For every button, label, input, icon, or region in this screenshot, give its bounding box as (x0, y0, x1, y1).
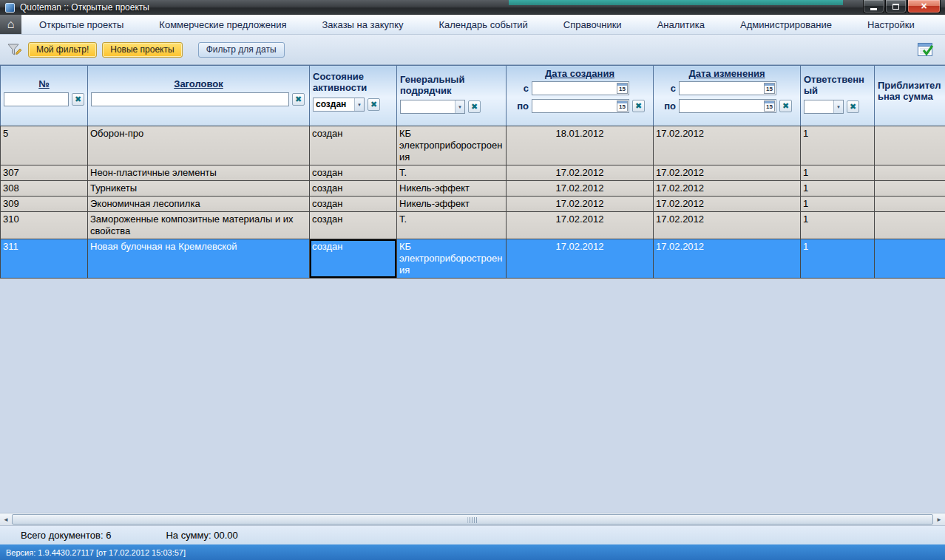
cell-modified[interactable]: 17.02.2012 (654, 165, 801, 181)
column-header-responsible[interactable]: Ответственный ▼ ✖ (801, 66, 875, 126)
dropdown-arrow-icon[interactable]: ▼ (354, 98, 364, 111)
cell-state[interactable]: создан (310, 197, 397, 212)
cell-num[interactable]: 310 (1, 212, 88, 239)
table-row[interactable]: 309Экономичная лесопилкасозданНикель-эфф… (1, 197, 945, 212)
clear-filter-num-icon[interactable]: ✖ (72, 93, 84, 106)
cell-responsible[interactable]: 1 (801, 165, 875, 181)
column-header-state[interactable]: Состояние активности создан ▼ ✖ (310, 66, 397, 126)
cell-responsible[interactable]: 1 (801, 126, 875, 165)
nav-item-1[interactable]: Открытые проекты (21, 19, 141, 30)
nav-item-6[interactable]: Аналитика (640, 19, 722, 30)
clear-filter-contractor-icon[interactable]: ✖ (468, 100, 481, 113)
calendar-check-button[interactable] (917, 41, 935, 58)
date-filter-button[interactable]: Фильтр для даты (198, 42, 285, 58)
my-filter-button[interactable]: Мой фильтр! (28, 42, 97, 58)
column-header-sum[interactable]: Приблизительная сумма (875, 66, 945, 126)
cell-num[interactable]: 5 (1, 126, 88, 165)
filter-input-num[interactable] (4, 92, 69, 106)
new-projects-button[interactable]: Новые проекты (102, 42, 182, 58)
dropdown-arrow-icon[interactable]: ▼ (833, 100, 843, 113)
cell-title[interactable]: Экономичная лесопилка (88, 197, 310, 212)
table-row[interactable]: 308ТурникетысозданНикель-эффект17.02.201… (1, 181, 945, 197)
modified-to-input[interactable] (679, 99, 776, 113)
cell-num[interactable]: 309 (1, 197, 88, 212)
column-header-modified[interactable]: Дата изменения с 15 по (654, 66, 801, 126)
cell-created[interactable]: 17.02.2012 (507, 165, 654, 181)
filter-select-state[interactable]: создан ▼ (313, 98, 365, 112)
cell-sum[interactable] (875, 126, 945, 165)
cell-responsible[interactable]: 1 (801, 197, 875, 212)
cell-contractor[interactable]: КБ электроприборостроения (397, 239, 507, 279)
scrollbar-thumb[interactable] (12, 514, 933, 525)
created-to-input[interactable] (532, 99, 629, 113)
cell-modified[interactable]: 17.02.2012 (654, 181, 801, 197)
table-row[interactable]: 311Новая булочная на КремлевскойсозданКБ… (1, 239, 945, 279)
column-header-created[interactable]: Дата создания с 15 по (507, 66, 654, 126)
scroll-left-icon[interactable]: ◄ (0, 513, 12, 525)
cell-modified[interactable]: 17.02.2012 (654, 126, 801, 165)
cell-sum[interactable] (875, 181, 945, 197)
maximize-button[interactable] (885, 0, 907, 13)
cell-contractor[interactable]: Никель-эффект (397, 197, 507, 212)
cell-num[interactable]: 311 (1, 239, 88, 279)
close-button[interactable]: × (907, 0, 941, 13)
cell-num[interactable]: 307 (1, 165, 88, 181)
clear-filter-created-icon[interactable]: ✖ (632, 100, 645, 112)
cell-responsible[interactable]: 1 (801, 181, 875, 197)
calendar-icon[interactable]: 15 (617, 100, 628, 112)
minimize-button[interactable] (863, 0, 884, 13)
table-row[interactable]: 307Неон-пластичные элементысозданТ.17.02… (1, 165, 945, 181)
cell-state[interactable]: создан (310, 239, 397, 279)
horizontal-scrollbar[interactable]: ◄ ► (0, 513, 945, 525)
cell-title[interactable]: Замороженные композитные материалы и их … (88, 212, 310, 239)
cell-state[interactable]: создан (310, 181, 397, 197)
cell-state[interactable]: создан (310, 212, 397, 239)
nav-item-7[interactable]: Администрирование (722, 19, 850, 30)
cell-contractor[interactable]: Никель-эффект (397, 181, 507, 197)
cell-num[interactable]: 308 (1, 181, 88, 197)
cell-title[interactable]: Неон-пластичные элементы (88, 165, 310, 181)
filter-icon[interactable] (7, 42, 23, 58)
cell-modified[interactable]: 17.02.2012 (654, 197, 801, 212)
cell-state[interactable]: создан (310, 165, 397, 181)
cell-created[interactable]: 17.02.2012 (507, 181, 654, 197)
table-row[interactable]: 5Оборон-просозданКБ электроприборостроен… (1, 126, 945, 165)
filter-input-title[interactable] (91, 92, 289, 106)
table-row[interactable]: 310Замороженные композитные материалы и … (1, 212, 945, 239)
modified-from-input[interactable] (679, 81, 776, 95)
nav-item-2[interactable]: Коммерческие предложения (141, 19, 304, 30)
clear-filter-state-icon[interactable]: ✖ (368, 98, 380, 111)
cell-contractor[interactable]: КБ электроприборостроения (397, 126, 507, 165)
cell-state[interactable]: создан (310, 126, 397, 165)
scroll-right-icon[interactable]: ► (933, 513, 945, 525)
clear-filter-modified-icon[interactable]: ✖ (779, 100, 792, 112)
cell-modified[interactable]: 17.02.2012 (654, 212, 801, 239)
column-header-title[interactable]: Заголовок ✖ (88, 66, 310, 126)
cell-modified[interactable]: 17.02.2012 (654, 239, 801, 279)
cell-created[interactable]: 18.01.2012 (507, 126, 654, 165)
cell-sum[interactable] (875, 239, 945, 279)
home-button[interactable]: ⌂ (0, 15, 21, 34)
cell-sum[interactable] (875, 197, 945, 212)
filter-select-responsible[interactable]: ▼ (804, 100, 844, 114)
created-from-input[interactable] (532, 81, 629, 95)
cell-created[interactable]: 17.02.2012 (507, 212, 654, 239)
dropdown-arrow-icon[interactable]: ▼ (455, 100, 464, 113)
cell-sum[interactable] (875, 212, 945, 239)
cell-title[interactable]: Новая булочная на Кремлевской (88, 239, 310, 279)
column-header-contractor[interactable]: Генеральный подрядчик ▼ ✖ (397, 66, 507, 126)
calendar-icon[interactable]: 15 (617, 83, 628, 94)
nav-item-5[interactable]: Справочники (546, 19, 640, 30)
cell-title[interactable]: Оборон-про (88, 126, 310, 165)
clear-filter-title-icon[interactable]: ✖ (292, 93, 305, 106)
nav-item-4[interactable]: Календарь событий (421, 19, 545, 30)
cell-title[interactable]: Турникеты (88, 181, 310, 197)
cell-contractor[interactable]: Т. (397, 165, 507, 181)
cell-sum[interactable] (875, 165, 945, 181)
nav-item-3[interactable]: Заказы на закупку (305, 19, 421, 30)
calendar-icon[interactable]: 15 (764, 100, 775, 112)
filter-select-contractor[interactable]: ▼ (400, 100, 465, 114)
cell-responsible[interactable]: 1 (801, 239, 875, 279)
cell-created[interactable]: 17.02.2012 (507, 197, 654, 212)
cell-responsible[interactable]: 1 (801, 212, 875, 239)
